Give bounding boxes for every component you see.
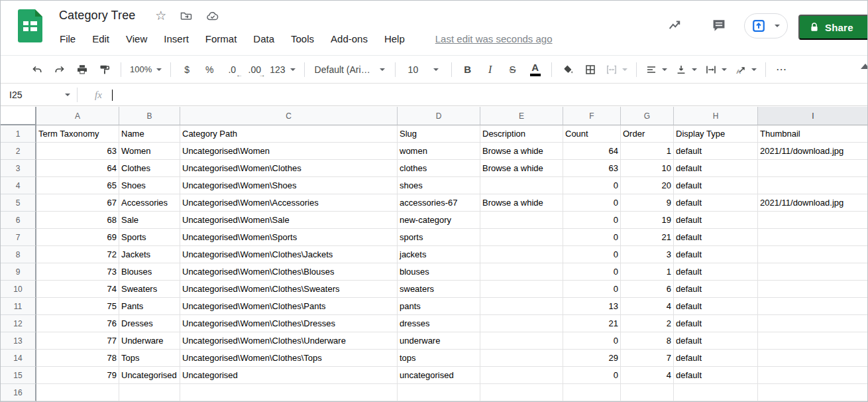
cell-D2[interactable]: women (398, 143, 480, 160)
cell-F9[interactable]: 0 (563, 263, 621, 281)
column-header-h[interactable]: H (674, 107, 758, 125)
row-number-9[interactable]: 9 (1, 263, 36, 281)
cell-G4[interactable]: 20 (621, 177, 674, 194)
cell-E12[interactable] (480, 315, 563, 332)
cell-I5[interactable]: 2021/11/download.jpg (758, 194, 867, 212)
cell-B13[interactable]: Underware (119, 332, 180, 350)
cell-D6[interactable]: new-category (398, 212, 480, 229)
cell-E4[interactable] (480, 177, 563, 194)
cell-G16[interactable] (621, 384, 674, 401)
sheets-logo-icon[interactable] (18, 9, 42, 42)
cell-I3[interactable] (758, 160, 867, 177)
row-number-11[interactable]: 11 (1, 298, 36, 315)
cell-I7[interactable] (758, 229, 867, 246)
cell-I13[interactable] (758, 332, 867, 350)
last-edit-link[interactable]: Last edit was seconds ago (435, 33, 553, 44)
cell-A9[interactable]: 73 (36, 263, 119, 281)
menu-tools[interactable]: Tools (289, 32, 316, 46)
cell-H15[interactable]: default (674, 367, 758, 384)
cell-D10[interactable]: sweaters (398, 281, 480, 298)
cell-C9[interactable]: Uncategorised\Women\Clothes\Blouses (180, 263, 398, 281)
cell-D9[interactable]: blouses (398, 263, 480, 281)
cell-H7[interactable]: default (674, 229, 758, 246)
column-header-i[interactable]: I (758, 107, 867, 125)
undo-button[interactable] (27, 60, 47, 79)
cell-A3[interactable]: 64 (36, 160, 119, 177)
cell-F10[interactable]: 0 (563, 281, 621, 298)
cell-D4[interactable]: shoes (398, 177, 480, 194)
comment-history-icon[interactable] (711, 18, 727, 33)
cell-B7[interactable]: Sports (119, 229, 180, 246)
format-currency-button[interactable]: $ (177, 60, 197, 79)
borders-button[interactable] (580, 60, 600, 79)
formula-input[interactable] (113, 84, 867, 105)
row-number-3[interactable]: 3 (1, 160, 36, 177)
cell-H2[interactable]: default (674, 143, 758, 160)
cell-E7[interactable] (480, 229, 563, 246)
row-number-12[interactable]: 12 (1, 315, 36, 332)
cell-A4[interactable]: 65 (36, 177, 119, 194)
row-number-13[interactable]: 13 (1, 332, 36, 350)
cell-I12[interactable] (758, 315, 867, 332)
column-header-g[interactable]: G (621, 107, 674, 125)
cell-G5[interactable]: 9 (621, 194, 674, 212)
row-number-5[interactable]: 5 (1, 194, 36, 212)
row-number-7[interactable]: 7 (1, 229, 36, 246)
column-header-f[interactable]: F (563, 107, 621, 125)
cell-D15[interactable]: uncategorised (398, 367, 480, 384)
cell-A11[interactable]: 75 (36, 298, 119, 315)
cell-B2[interactable]: Women (119, 143, 180, 160)
cell-C15[interactable]: Uncategorised (180, 367, 398, 384)
cell-E9[interactable] (480, 263, 563, 281)
cell-A8[interactable]: 72 (36, 246, 119, 263)
zoom-select[interactable]: 100% (127, 60, 164, 79)
cell-A5[interactable]: 67 (36, 194, 119, 212)
cell-I14[interactable] (758, 350, 867, 367)
cell-H1[interactable]: Display Type (674, 125, 758, 143)
cell-E14[interactable] (480, 350, 563, 367)
cell-H6[interactable]: default (674, 212, 758, 229)
cell-D1[interactable]: Slug (398, 125, 480, 143)
menu-help[interactable]: Help (382, 32, 407, 46)
cell-G11[interactable]: 4 (621, 298, 674, 315)
cell-C13[interactable]: Uncategorised\Women\Clothes\Underware (180, 332, 398, 350)
cell-E1[interactable]: Description (480, 125, 563, 143)
cell-G2[interactable]: 1 (621, 143, 674, 160)
cell-C5[interactable]: Uncategorised\Women\Accessories (180, 194, 398, 212)
cloud-saved-icon[interactable] (206, 11, 219, 21)
cell-A12[interactable]: 76 (36, 315, 119, 332)
cell-A13[interactable]: 77 (36, 332, 119, 350)
cell-B11[interactable]: Pants (119, 298, 180, 315)
cell-G3[interactable]: 10 (621, 160, 674, 177)
strikethrough-button[interactable]: S (503, 60, 523, 79)
cell-B15[interactable]: Uncategorised (119, 367, 180, 384)
more-toolbar-button[interactable]: ⋯ (772, 60, 792, 79)
cell-B12[interactable]: Dresses (119, 315, 180, 332)
cell-F13[interactable]: 0 (563, 332, 621, 350)
column-header-e[interactable]: E (480, 107, 563, 125)
row-number-4[interactable]: 4 (1, 177, 36, 194)
cell-C6[interactable]: Uncategorised\Women\Sale (180, 212, 398, 229)
paint-format-button[interactable] (95, 60, 115, 79)
vertical-align-button[interactable] (673, 60, 700, 79)
more-formats-button[interactable]: 123 (267, 60, 298, 79)
cell-A10[interactable]: 74 (36, 281, 119, 298)
cell-E8[interactable] (480, 246, 563, 263)
cell-G12[interactable]: 2 (621, 315, 674, 332)
cell-C4[interactable]: Uncategorised\Women\Shoes (180, 177, 398, 194)
column-header-d[interactable]: D (398, 107, 480, 125)
cell-C12[interactable]: Uncategorised\Women\Clothes\Dresses (180, 315, 398, 332)
move-to-folder-icon[interactable] (180, 10, 193, 22)
cell-B9[interactable]: Blouses (119, 263, 180, 281)
menu-format[interactable]: Format (203, 32, 239, 46)
column-header-a[interactable]: A (36, 107, 119, 125)
font-size-select[interactable]: 10 (402, 60, 445, 79)
menu-add-ons[interactable]: Add-ons (329, 32, 370, 46)
cell-F15[interactable]: 0 (563, 367, 621, 384)
cell-H3[interactable]: default (674, 160, 758, 177)
cell-I4[interactable] (758, 177, 867, 194)
cell-A6[interactable]: 68 (36, 212, 119, 229)
cell-E16[interactable] (480, 384, 563, 401)
cell-D12[interactable]: dresses (398, 315, 480, 332)
cell-I6[interactable] (758, 212, 867, 229)
